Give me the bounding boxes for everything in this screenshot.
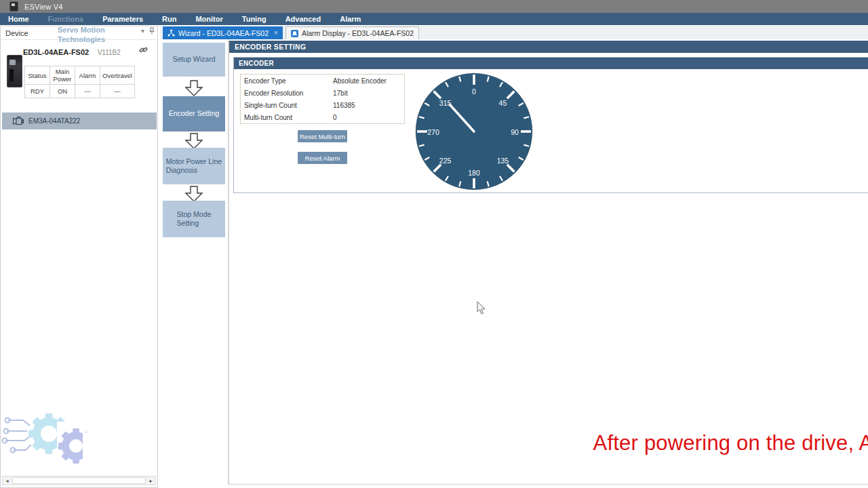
encoder-info-box: Encoder Type Absolute Encoder Encoder Re… <box>240 74 405 124</box>
status-table-header: Status <box>25 66 50 85</box>
watermark-text: Servo Motion Technologies <box>58 26 105 45</box>
menu-tuning[interactable]: Tuning <box>242 15 267 23</box>
tab-alarm-display[interactable]: Alarm Display - ED3L-04AEA-FS02 <box>285 26 419 39</box>
tab-wizard[interactable]: Wizard - ED3L-04AEA-FS02 × <box>163 26 283 39</box>
field-label: Multi-turn Count <box>241 114 333 121</box>
motor-name: EM3A-04ATA222 <box>28 117 80 125</box>
dial-label: 270 <box>427 128 439 136</box>
reset-multiturn-button[interactable]: Reset Multi-turn <box>298 130 347 142</box>
close-icon[interactable]: × <box>274 29 278 37</box>
app-icon <box>9 1 18 12</box>
dial-label: 90 <box>511 128 519 136</box>
menu-parameters[interactable]: Parameters <box>102 15 143 23</box>
scroll-left-icon[interactable]: ◂ <box>3 476 12 485</box>
main-power-value: ON <box>50 85 75 98</box>
menu-alarm[interactable]: Alarm <box>340 15 361 23</box>
encoder-dial: 04590135180225270315 <box>414 72 534 191</box>
servo-motion-logo <box>0 401 156 476</box>
encoder-groupbox: ENCODER Encoder Type Absolute Encoder En… <box>233 57 868 193</box>
field-value: 17bit <box>333 89 348 97</box>
document-tab-bar: Wizard - ED3L-04AEA-FS02 × Alarm Display… <box>160 26 868 39</box>
step-motor-power-line-diagnosis[interactable]: Motor Power Line Diagnosis <box>163 148 225 184</box>
device-card[interactable]: ED3L-04AEA-FS02 V111B2 Status Main Power… <box>1 40 157 113</box>
menu-home[interactable]: Home <box>8 15 29 23</box>
connection-link-icon[interactable] <box>139 45 148 54</box>
tab-label: Alarm Display - ED3L-04AEA-FS02 <box>302 29 414 37</box>
mouse-cursor <box>477 302 486 315</box>
alarm-value: — <box>75 85 100 98</box>
menu-bar: Home Functions Parameters Run Monitor Tu… <box>0 13 868 25</box>
scrollbar-thumb[interactable] <box>12 477 146 484</box>
step-stop-mode-setting[interactable]: Stop Mode Setting <box>163 201 225 237</box>
menu-advanced[interactable]: Advanced <box>285 15 321 23</box>
chevron-down-icon[interactable]: ▾ <box>141 27 144 35</box>
status-table-header: Overtravel <box>100 66 135 85</box>
wizard-step-panel: Setup Wizard Encoder Setting Motor Power… <box>160 39 229 485</box>
dial-label: 135 <box>497 157 509 165</box>
reset-alarm-button[interactable]: Reset Alarm <box>298 152 347 164</box>
field-label: Single-turn Count <box>241 102 333 109</box>
menu-functions: Functions <box>48 15 84 23</box>
motor-list-item[interactable]: EM3A-04ATA222 <box>2 113 157 129</box>
field-label: Encoder Resolution <box>241 89 333 97</box>
status-value: RDY <box>25 85 50 98</box>
window-title: ESView V4 <box>24 3 63 11</box>
scroll-right-icon[interactable]: ▸ <box>146 476 155 485</box>
status-table-header: Alarm <box>75 66 100 85</box>
encoder-type-row: Encoder Type Absolute Encoder <box>241 75 404 87</box>
field-value: 0 <box>333 114 337 121</box>
esview-window: ESView V4 Home Functions Parameters Run … <box>0 0 868 488</box>
encoder-setting-page: ENCODER SETTING ENCODER Encoder Type Abs… <box>229 39 868 485</box>
step-encoder-setting[interactable]: Encoder Setting <box>163 96 225 131</box>
wizard-tab-icon <box>167 29 175 37</box>
down-arrow-icon <box>184 133 203 149</box>
device-panel-hscrollbar[interactable]: ◂ ▸ <box>2 476 156 485</box>
motor-icon <box>12 117 24 125</box>
step-setup-wizard[interactable]: Setup Wizard <box>163 43 225 77</box>
status-table-row: RDY ON — — <box>25 85 135 98</box>
overtravel-value: — <box>100 85 135 98</box>
page-title: ENCODER SETTING <box>229 41 868 53</box>
device-panel-title: Device <box>5 29 28 37</box>
title-bar: ESView V4 <box>0 0 868 13</box>
menu-monitor[interactable]: Monitor <box>195 15 222 23</box>
device-firmware: V111B2 <box>98 49 121 56</box>
dial-label: 180 <box>468 169 480 177</box>
dial-label: 0 <box>472 87 476 96</box>
menu-run[interactable]: Run <box>162 15 176 23</box>
device-status-table: Status Main Power Alarm Overtravel RDY O… <box>24 66 135 98</box>
servo-drive-image <box>7 55 22 87</box>
alarm-tab-icon <box>291 30 298 37</box>
encoder-resolution-row: Encoder Resolution 17bit <box>241 87 404 99</box>
status-table-header: Main Power <box>50 66 75 85</box>
gear-right-icon <box>58 428 103 464</box>
field-label: Encoder Type <box>241 77 333 85</box>
encoder-group-title: ENCODER <box>234 58 868 69</box>
tab-label: Wizard - ED3L-04AEA-FS02 <box>178 29 269 37</box>
down-arrow-icon <box>184 186 203 202</box>
down-arrow-icon <box>184 80 203 96</box>
dial-label: 45 <box>499 99 507 107</box>
single-turn-count-row: Single-turn Count 116385 <box>241 99 404 111</box>
field-value: 116385 <box>333 102 355 109</box>
pin-icon[interactable] <box>149 27 155 35</box>
annotation-text: After powering on the drive, A.47 gone. <box>458 431 868 455</box>
field-value: Absolute Encoder <box>333 77 387 85</box>
device-model: ED3L-04AEA-FS02 <box>23 48 89 56</box>
multi-turn-count-row: Multi-turn Count 0 <box>241 111 404 123</box>
dial-label: 225 <box>439 157 452 165</box>
